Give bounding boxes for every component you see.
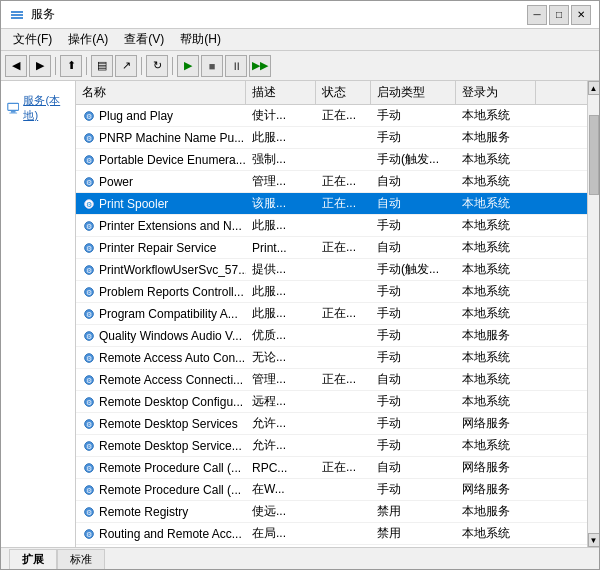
show-hide-button[interactable]: ▤: [91, 55, 113, 77]
cell-name-19: ⚙Routing and Remote Acc...: [76, 523, 246, 544]
cell-login-7: 本地系统: [456, 259, 536, 280]
cell-login-10: 本地服务: [456, 325, 536, 346]
table-row[interactable]: ⚙PrintWorkflowUserSvc_57...提供...手动(触发...…: [76, 259, 587, 281]
content-area: 名称 描述 状态 启动类型 登录为 ⚙Plug and Play使计...正在.…: [76, 81, 587, 547]
toolbar-separator-3: [141, 57, 142, 75]
stop-button[interactable]: ■: [201, 55, 223, 77]
col-header-name[interactable]: 名称: [76, 81, 246, 104]
table-row[interactable]: ⚙Plug and Play使计...正在...手动本地系统: [76, 105, 587, 127]
cell-login-13: 本地系统: [456, 391, 536, 412]
table-row[interactable]: ⚙Remote Desktop Services允许...手动网络服务: [76, 413, 587, 435]
cell-login-6: 本地系统: [456, 237, 536, 258]
table-row[interactable]: ⚙Quality Windows Audio V...优质...手动本地服务: [76, 325, 587, 347]
cell-login-14: 网络服务: [456, 413, 536, 434]
menu-file[interactable]: 文件(F): [5, 29, 60, 50]
service-name: Routing and Remote Acc...: [99, 527, 242, 541]
cell-name-3: ⚙Power: [76, 171, 246, 192]
resume-button[interactable]: ▶▶: [249, 55, 271, 77]
cell-name-6: ⚙Printer Repair Service: [76, 237, 246, 258]
col-header-startup[interactable]: 启动类型: [371, 81, 456, 104]
table-row[interactable]: ⚙Portable Device Enumera...强制...手动(触发...…: [76, 149, 587, 171]
table-row[interactable]: ⚙Remote Registry使远...禁用本地服务: [76, 501, 587, 523]
table-row[interactable]: ⚙PNRP Machine Name Pu...此服...手动本地服务: [76, 127, 587, 149]
service-icon: ⚙: [82, 241, 96, 255]
table-row[interactable]: ⚙Printer Extensions and N...此服...手动本地系统: [76, 215, 587, 237]
table-row[interactable]: ⚙Program Compatibility A...此服...正在...手动本…: [76, 303, 587, 325]
tab-standard[interactable]: 标准: [57, 549, 105, 569]
up-button[interactable]: ⬆: [60, 55, 82, 77]
window-title: 服务: [31, 6, 55, 23]
service-icon: ⚙: [82, 461, 96, 475]
cell-login-4: 本地系统: [456, 193, 536, 214]
cell-status-6: 正在...: [316, 237, 371, 258]
table-row[interactable]: ⚙Printer Repair ServicePrint...正在...自动本地…: [76, 237, 587, 259]
cell-status-12: 正在...: [316, 369, 371, 390]
menu-action[interactable]: 操作(A): [60, 29, 116, 50]
col-header-login[interactable]: 登录为: [456, 81, 536, 104]
table-row[interactable]: ⚙Remote Procedure Call (...在W...手动网络服务: [76, 479, 587, 501]
sidebar-local-services[interactable]: 服务(本地): [5, 89, 71, 127]
svg-rect-3: [8, 103, 19, 110]
service-name: Remote Procedure Call (...: [99, 461, 241, 475]
minimize-button[interactable]: ─: [527, 5, 547, 25]
pause-button[interactable]: ⏸: [225, 55, 247, 77]
cell-startup-19: 禁用: [371, 523, 456, 544]
cell-desc-4: 该服...: [246, 193, 316, 214]
cell-desc-12: 管理...: [246, 369, 316, 390]
cell-startup-11: 手动: [371, 347, 456, 368]
cell-status-13: [316, 391, 371, 412]
cell-login-3: 本地系统: [456, 171, 536, 192]
service-name: Remote Registry: [99, 505, 188, 519]
table-row[interactable]: ⚙Routing and Remote Acc...在局...禁用本地系统: [76, 523, 587, 545]
cell-desc-6: Print...: [246, 237, 316, 258]
svg-text:⚙: ⚙: [86, 354, 92, 361]
close-button[interactable]: ✕: [571, 5, 591, 25]
svg-text:⚙: ⚙: [86, 288, 92, 295]
table-header: 名称 描述 状态 启动类型 登录为: [76, 81, 587, 105]
svg-text:⚙: ⚙: [86, 200, 92, 207]
svg-text:⚙: ⚙: [86, 442, 92, 449]
menu-help[interactable]: 帮助(H): [172, 29, 229, 50]
cell-name-7: ⚙PrintWorkflowUserSvc_57...: [76, 259, 246, 280]
table-row[interactable]: ⚙Remote Procedure Call (...RPC...正在...自动…: [76, 457, 587, 479]
table-row[interactable]: ⚙Remote Desktop Configu...远程...手动本地系统: [76, 391, 587, 413]
table-row[interactable]: ⚙Problem Reports Controll...此服...手动本地系统: [76, 281, 587, 303]
vertical-scrollbar[interactable]: ▲ ▼: [587, 81, 599, 547]
svg-rect-1: [11, 14, 23, 16]
service-icon: ⚙: [82, 483, 96, 497]
cell-startup-3: 自动: [371, 171, 456, 192]
table-body[interactable]: ⚙Plug and Play使计...正在...手动本地系统⚙PNRP Mach…: [76, 105, 587, 547]
cell-status-3: 正在...: [316, 171, 371, 192]
table-row[interactable]: ⚙Remote Access Connecti...管理...正在...自动本地…: [76, 369, 587, 391]
menu-bar: 文件(F) 操作(A) 查看(V) 帮助(H): [1, 29, 599, 51]
cell-name-14: ⚙Remote Desktop Services: [76, 413, 246, 434]
refresh-button[interactable]: ↻: [146, 55, 168, 77]
forward-button[interactable]: ▶: [29, 55, 51, 77]
table-row[interactable]: ⚙Power管理...正在...自动本地系统: [76, 171, 587, 193]
scroll-up-arrow[interactable]: ▲: [588, 81, 600, 95]
menu-view[interactable]: 查看(V): [116, 29, 172, 50]
col-header-desc[interactable]: 描述: [246, 81, 316, 104]
service-name: Program Compatibility A...: [99, 307, 238, 321]
service-icon: ⚙: [82, 527, 96, 541]
table-row[interactable]: ⚙Remote Desktop Service...允许...手动本地系统: [76, 435, 587, 457]
cell-login-15: 本地系统: [456, 435, 536, 456]
scroll-down-arrow[interactable]: ▼: [588, 533, 600, 547]
table-row[interactable]: ⚙Remote Access Auto Con...无论...手动本地系统: [76, 347, 587, 369]
cell-name-1: ⚙PNRP Machine Name Pu...: [76, 127, 246, 148]
service-name: Remote Desktop Service...: [99, 439, 242, 453]
service-icon: ⚙: [82, 439, 96, 453]
cell-desc-15: 允许...: [246, 435, 316, 456]
back-button[interactable]: ◀: [5, 55, 27, 77]
cell-startup-13: 手动: [371, 391, 456, 412]
table-row[interactable]: ⚙Print Spooler该服...正在...自动本地系统: [76, 193, 587, 215]
service-icon: ⚙: [82, 219, 96, 233]
export-button[interactable]: ↗: [115, 55, 137, 77]
tab-extended[interactable]: 扩展: [9, 549, 57, 569]
scroll-thumb[interactable]: [589, 115, 599, 195]
col-header-status[interactable]: 状态: [316, 81, 371, 104]
service-icon: ⚙: [82, 109, 96, 123]
start-button[interactable]: ▶: [177, 55, 199, 77]
svg-text:⚙: ⚙: [86, 376, 92, 383]
maximize-button[interactable]: □: [549, 5, 569, 25]
